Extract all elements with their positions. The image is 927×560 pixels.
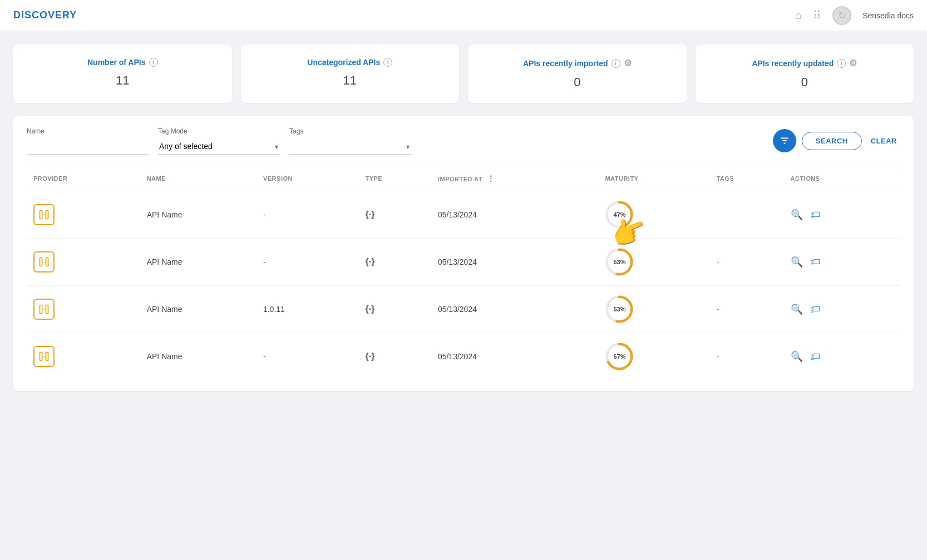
row2-provider: /> <box>27 239 140 286</box>
row2-imported-at: 05/13/2024 <box>431 239 599 286</box>
stat-value-recently-imported: 0 <box>479 75 675 90</box>
row2-tags: - <box>710 239 784 286</box>
username: Sensedia docs <box>862 11 914 20</box>
info-icon-uncategorized[interactable]: i <box>383 58 392 67</box>
maturity-circle-53b: 53% <box>605 295 634 324</box>
tags-label: Tags <box>289 127 412 135</box>
api-provider-icon-3: /> <box>33 299 55 320</box>
stat-card-num-apis: Number of APIs i 11 <box>13 44 232 103</box>
stat-label-num-apis: Number of APIs <box>87 58 146 67</box>
col-type: TYPE <box>358 166 431 191</box>
row2-version: - <box>257 239 359 286</box>
info-icon-recently-imported[interactable]: i <box>612 59 620 68</box>
svg-text:/>: /> <box>43 214 47 217</box>
col-provider: PROVIDER <box>27 166 140 191</box>
table-container: 👉 PROVIDER NAME VERSION TYPE IMPORTED AT… <box>27 166 900 380</box>
row3-tags: - <box>710 286 784 333</box>
info-icon-recently-updated[interactable]: i <box>837 59 846 68</box>
api-provider-icon: /> <box>33 204 55 225</box>
row2-view-icon[interactable]: 🔍 <box>791 256 803 267</box>
row4-tags: - <box>710 333 784 380</box>
svg-rect-3 <box>40 211 42 219</box>
type-json-icon-4: {·} <box>365 351 374 361</box>
row4-view-icon[interactable]: 🔍 <box>791 351 803 362</box>
table-header: PROVIDER NAME VERSION TYPE IMPORTED AT ⋮… <box>27 166 900 191</box>
search-button[interactable]: SEARCH <box>802 132 862 150</box>
table-row: /> API Name - {·} 05/13/2024 <box>27 239 900 286</box>
table-row: /> API Name 1.0.11 {·} 05/13/2024 <box>27 286 900 333</box>
row3-version: 1.0.11 <box>257 286 359 333</box>
row2-type: {·} <box>358 239 431 286</box>
gear-icon-recently-imported[interactable]: ⚙ <box>624 58 632 68</box>
avatar[interactable]: ↻ <box>832 6 851 25</box>
table-header-row: PROVIDER NAME VERSION TYPE IMPORTED AT ⋮… <box>27 166 900 191</box>
stat-card-uncategorized: Uncategorized APIs i 11 <box>241 44 460 103</box>
col-tags: TAGS <box>710 166 784 191</box>
row1-imported-at: 05/13/2024 <box>431 191 599 239</box>
grid-icon[interactable]: ⠿ <box>813 9 821 22</box>
row4-version: - <box>257 333 359 380</box>
row1-tag-icon[interactable]: 🏷 <box>810 209 820 220</box>
filter-svg-icon <box>780 136 790 146</box>
svg-text:/>: /> <box>43 261 47 264</box>
row3-name: API Name <box>140 286 257 333</box>
tag-mode-select[interactable]: Any of selected All of selected <box>158 138 280 155</box>
api-table: PROVIDER NAME VERSION TYPE IMPORTED AT ⋮… <box>27 166 900 380</box>
gear-icon-recently-updated[interactable]: ⚙ <box>849 58 857 68</box>
stats-row: Number of APIs i 11 Uncategorized APIs i… <box>13 44 914 103</box>
filter-icon-button[interactable] <box>773 129 796 152</box>
svg-rect-18 <box>40 353 42 361</box>
stat-label-recently-imported: APIs recently imported <box>523 59 608 68</box>
api-svg: /> <box>38 209 50 220</box>
type-json-icon-2: {·} <box>365 257 374 266</box>
api-provider-icon-2: /> <box>33 251 55 272</box>
row1-actions: 🔍 🏷 <box>784 191 900 239</box>
col-actions: ACTIONS <box>784 166 900 191</box>
tags-select[interactable] <box>289 138 412 155</box>
tags-filter-field: Tags <box>289 127 412 155</box>
row1-view-icon[interactable]: 🔍 <box>791 209 803 220</box>
row3-imported-at: 05/13/2024 <box>431 286 599 333</box>
stat-label-uncategorized: Uncategorized APIs <box>307 58 380 67</box>
stat-value-uncategorized: 11 <box>252 73 448 88</box>
row3-tag-icon[interactable]: 🏷 <box>810 304 820 315</box>
row2-maturity: 53% <box>598 239 709 286</box>
col-imported-at: IMPORTED AT ⋮ <box>431 166 599 191</box>
row3-type: {·} <box>358 286 431 333</box>
row4-provider: /> <box>27 333 140 380</box>
maturity-circle-53a: 53% <box>605 247 634 276</box>
clear-button[interactable]: CLEAR <box>867 132 900 150</box>
row1-type: {·} <box>358 191 431 239</box>
name-input[interactable] <box>27 138 149 155</box>
table-row: /> API Name - {·} 05/13/2024 <box>27 333 900 380</box>
home-icon[interactable]: ⌂ <box>795 9 802 22</box>
row2-tag-icon[interactable]: 🏷 <box>810 256 820 267</box>
filter-actions: SEARCH CLEAR <box>773 129 900 152</box>
stat-card-recently-updated: APIs recently updated i ⚙ 0 <box>696 44 914 103</box>
row3-provider: /> <box>27 286 140 333</box>
row1-name: API Name <box>140 191 257 239</box>
svg-text:/>: /> <box>43 355 47 359</box>
maturity-circle-47: 47% <box>605 200 634 229</box>
svg-text:/>: /> <box>43 308 47 311</box>
row3-view-icon[interactable]: 🔍 <box>791 304 803 315</box>
info-icon-num-apis[interactable]: i <box>149 58 158 67</box>
imported-at-menu-icon[interactable]: ⋮ <box>487 174 495 183</box>
type-json-icon: {·} <box>365 210 374 219</box>
svg-rect-13 <box>40 305 42 314</box>
row4-tag-icon[interactable]: 🏷 <box>810 351 820 362</box>
stat-card-recently-imported: APIs recently imported i ⚙ 0 <box>468 44 687 103</box>
row1-version: - <box>257 191 359 239</box>
stat-value-num-apis: 11 <box>24 73 221 88</box>
top-navigation: DISCOVERY ⌂ ⠿ ↻ Sensedia docs <box>0 0 927 31</box>
row4-actions: 🔍 🏷 <box>784 333 900 380</box>
api-provider-icon-4: /> <box>33 346 55 367</box>
svg-rect-8 <box>40 258 42 266</box>
filter-table-panel: Name Tag Mode Any of selected All of sel… <box>13 116 914 391</box>
row4-imported-at: 05/13/2024 <box>431 333 599 380</box>
col-version: VERSION <box>257 166 359 191</box>
col-maturity: MATURITY <box>598 166 709 191</box>
row1-maturity: 47% <box>598 191 709 239</box>
row3-actions: 🔍 🏷 <box>784 286 900 333</box>
row2-name: API Name <box>140 239 257 286</box>
